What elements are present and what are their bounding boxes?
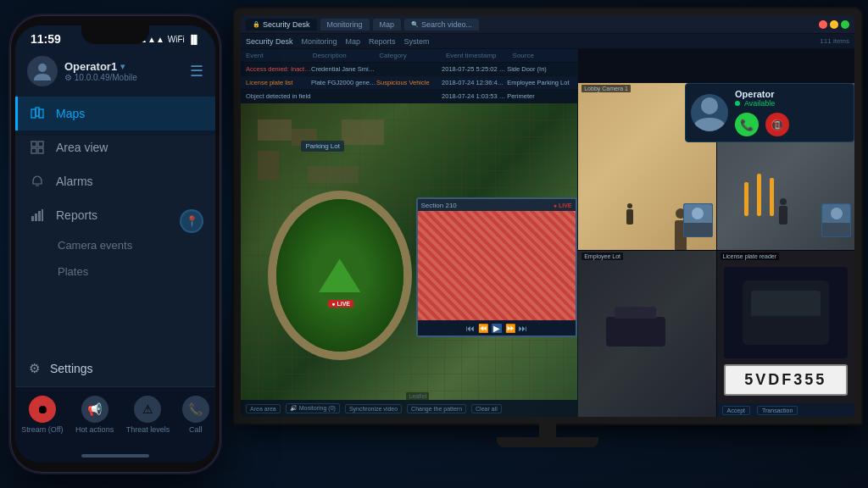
stream-icon: ⏺: [29, 396, 56, 423]
map-live-badge: ● LIVE: [328, 300, 353, 308]
tab-security-desk[interactable]: 🔒 Security Desk: [246, 19, 317, 30]
answer-call-button[interactable]: 📞: [735, 113, 759, 136]
close-btn[interactable]: [819, 20, 827, 29]
menu-security-desk[interactable]: Security Desk: [246, 37, 293, 46]
event-cell-src: Employee Parking Lot: [507, 79, 572, 86]
menu-monitoring[interactable]: Monitoring: [302, 37, 337, 46]
settings-label: Settings: [50, 362, 93, 375]
section-popup: Section 210 ● LIVE ⏮ ⏪ ▶: [416, 197, 577, 337]
event-cell-desc: Credential Jane Smith's Credential on Si…: [311, 65, 376, 73]
map-controls-bar: Area area 🔊 Monitoring (0) Synchronize v…: [241, 400, 577, 417]
phone: 11:59 ▲▲▲ WiFi ▐▌: [10, 15, 220, 473]
phone-map-bg: [15, 136, 215, 386]
user-info: Operator1 ▾ ⚙ 10.0.0.49/Mobile: [27, 56, 137, 86]
operator-avatar: [691, 94, 728, 131]
table-row[interactable]: License plate list Plate FGJ2000 generat…: [241, 76, 577, 90]
table-row[interactable]: Object detected in field 2018-07-24 1:03…: [241, 90, 577, 103]
tab-search[interactable]: 🔍 Search video...: [404, 19, 479, 30]
map-area[interactable]: Parking Lot Section 210 ● LIVE: [241, 103, 577, 417]
phone-notch: [81, 25, 149, 44]
event-cell-event: Access denied: Inactive credential: [246, 65, 311, 73]
events-count: 111 items: [820, 37, 849, 45]
settings-item[interactable]: ⚙ Settings: [15, 352, 215, 385]
entrance-person: [779, 198, 787, 225]
col-source: Source: [513, 52, 573, 59]
license-plate: 5VDF355: [724, 364, 848, 396]
stream-label: Stream (Off): [21, 425, 63, 434]
barriers: [744, 174, 774, 216]
map-ctrl-clear[interactable]: Clear all: [471, 404, 502, 413]
status-icons: ▲▲▲ WiFi ▐▌: [139, 35, 200, 44]
walking-person: [626, 203, 633, 225]
hot-actions-action[interactable]: 📢 Hot actions: [75, 396, 114, 434]
leaflet-attribution: Leaflet: [406, 392, 429, 400]
user-name: Operator1 ▾: [64, 60, 137, 73]
stream-action[interactable]: ⏺ Stream (Off): [21, 396, 63, 434]
camera-feed-parking: Employee Lot: [578, 251, 715, 418]
topbar-right: [819, 20, 849, 29]
transaction-button[interactable]: Transaction: [757, 406, 798, 415]
crowd-feed: [418, 211, 576, 320]
stand-neck: [539, 424, 556, 437]
decline-call-button[interactable]: 📵: [765, 113, 789, 136]
svg-point-0: [38, 64, 47, 72]
phone-home-indicator: [81, 454, 149, 458]
call-icon: 📞: [182, 396, 209, 423]
stand-base: [497, 437, 598, 447]
maps-label: Maps: [56, 107, 202, 120]
maximize-btn[interactable]: [841, 20, 849, 29]
monitor-menubar: Security Desk Monitoring Map Reports Sys…: [241, 34, 854, 49]
parking-lot-label: Parking Lot: [301, 141, 343, 152]
camera-feed-plate: License plate reader 5VDF355 5VDF355 -, …: [717, 251, 854, 418]
parking-camera-label: Employee Lot: [581, 252, 623, 260]
map-ctrl-pattern[interactable]: Change the pattern: [407, 404, 466, 413]
map-ctrl-area[interactable]: Area area: [246, 404, 281, 413]
event-cell-src: Side Door (In): [507, 65, 572, 73]
face-thumbnail: [683, 203, 713, 237]
monitor-stand: [497, 424, 598, 449]
minimize-btn[interactable]: [830, 20, 838, 29]
monitor: 🔒 Security Desk Monitoring Map 🔍 Search …: [234, 8, 861, 449]
monitor-topbar: 🔒 Security Desk Monitoring Map 🔍 Search …: [241, 15, 854, 34]
accept-button[interactable]: Accept: [722, 406, 750, 415]
col-category: Category: [379, 52, 439, 59]
user-ip: ⚙ 10.0.0.49/Mobile: [64, 73, 137, 82]
battery-icon: ▐▌: [188, 35, 200, 44]
table-row[interactable]: Access denied: Inactive credential Crede…: [241, 63, 577, 76]
plate-car-bg: [724, 267, 848, 358]
tab-map[interactable]: Map: [373, 19, 402, 30]
video-controls: ⏮ ⏪ ▶ ⏩ ⏭: [418, 320, 576, 336]
map-icon: [29, 105, 46, 122]
menu-system[interactable]: System: [404, 37, 430, 46]
event-cell-time: 2018-07-24 12:36:49 PM: [442, 79, 507, 86]
call-action[interactable]: 📞 Call: [182, 396, 209, 434]
col-timestamp: Event timestamp: [446, 52, 506, 59]
threat-levels-label: Threat levels: [126, 425, 170, 434]
monitor-main-content: Event Description Category Event timesta…: [241, 49, 854, 417]
tab-monitoring[interactable]: Monitoring: [320, 19, 370, 30]
operator-info: Operator Available 📞 📵: [735, 89, 849, 136]
event-cell-event: License plate list: [246, 79, 311, 86]
call-label: Call: [189, 425, 203, 434]
operator-status: Available: [735, 99, 849, 108]
lobby-camera-label: Lobby Camera 1: [581, 85, 631, 92]
search-icon: 🔍: [411, 21, 419, 28]
call-actions: 📞 📵: [735, 113, 849, 136]
plate-camera-label: License plate reader: [721, 252, 779, 260]
phone-user-header: Operator1 ▾ ⚙ 10.0.0.49/Mobile ☰: [15, 49, 215, 93]
col-event: Event: [246, 52, 306, 59]
hot-actions-label: Hot actions: [75, 425, 114, 434]
menu-icon[interactable]: ☰: [190, 62, 203, 80]
event-cell-event: Object detected in field: [246, 92, 311, 100]
map-ctrl-monitoring[interactable]: 🔊 Monitoring (0): [286, 403, 340, 413]
aerial-map: Parking Lot Section 210 ● LIVE: [241, 103, 577, 417]
avatar: [27, 56, 58, 86]
svg-rect-3: [39, 109, 43, 118]
menu-reports[interactable]: Reports: [369, 37, 396, 46]
events-panel: Event Description Category Event timesta…: [241, 49, 578, 417]
sidebar-item-maps[interactable]: Maps: [15, 97, 215, 130]
map-ctrl-sync[interactable]: Synchronize video: [345, 404, 402, 413]
threat-levels-action[interactable]: ⚠ Threat levels: [126, 396, 170, 434]
stadium-oval: [268, 191, 412, 360]
menu-map[interactable]: Map: [346, 37, 361, 46]
